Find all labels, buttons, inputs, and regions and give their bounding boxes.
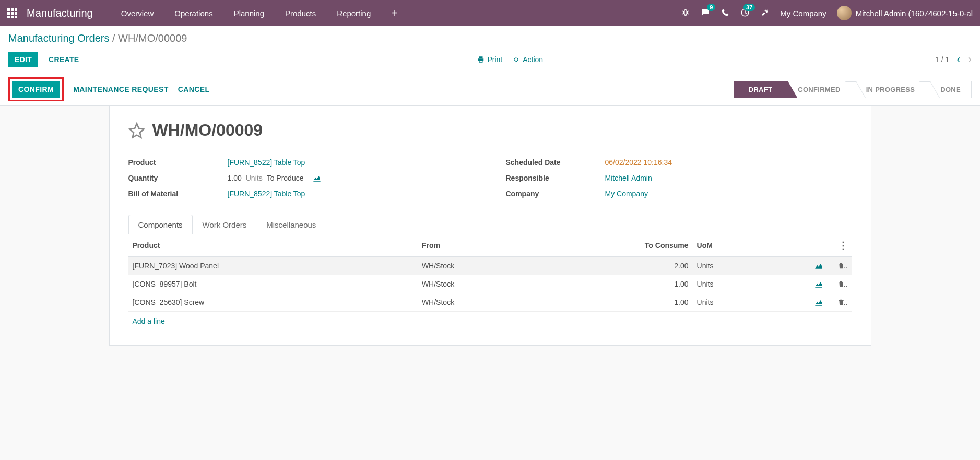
action-label: Action <box>523 55 543 64</box>
table-row[interactable]: [CONS_25630] ScrewWH/Stock1.00Units ... <box>128 293 852 312</box>
th-from[interactable]: From <box>418 234 592 257</box>
tab-components[interactable]: Components <box>128 215 193 234</box>
cell-from: WH/Stock <box>418 293 592 312</box>
th-to-consume[interactable]: To Consume <box>592 234 693 257</box>
app-brand[interactable]: Manufacturing <box>27 7 93 19</box>
cell-to-consume: 1.00 <box>592 275 693 293</box>
cell-product: [FURN_7023] Wood Panel <box>128 257 418 275</box>
bom-value[interactable]: [FURN_8522] Table Top <box>228 190 305 198</box>
th-uom[interactable]: UoM <box>693 234 765 257</box>
menu-products[interactable]: Products <box>275 1 326 26</box>
forecast-icon[interactable] <box>313 174 321 182</box>
product-label: Product <box>128 158 228 167</box>
cell-to-consume: 1.00 <box>592 293 693 312</box>
chat-icon[interactable]: 9 <box>701 8 710 19</box>
center-actions: Print Action <box>477 55 543 64</box>
star-icon[interactable] <box>128 122 145 139</box>
stages: DRAFT CONFIRMED IN PROGRESS DONE <box>734 81 972 98</box>
edit-button[interactable]: EDIT <box>8 52 38 67</box>
quantity-suffix: To Produce <box>267 174 304 182</box>
top-nav: Manufacturing Overview Operations Planni… <box>0 0 980 26</box>
quantity-value: 1.00 Units To Produce <box>228 174 322 182</box>
user-menu[interactable]: Mitchell Admin (16074602-15-0-al <box>837 6 973 20</box>
menu-reporting[interactable]: Reporting <box>326 1 381 26</box>
pager: 1 / 1 ‹ › <box>935 53 972 66</box>
company-value[interactable]: My Company <box>605 190 648 198</box>
pager-next-icon[interactable]: › <box>968 53 972 66</box>
menu-operations[interactable]: Operations <box>164 1 223 26</box>
components-table: Product From To Consume UoM ⋮ [FURN_7023… <box>128 234 852 312</box>
phone-icon[interactable] <box>721 8 730 19</box>
more-icon[interactable]: ... <box>833 262 847 270</box>
more-icon[interactable]: ... <box>833 298 847 306</box>
bom-label: Bill of Material <box>128 190 228 198</box>
scheduled-label: Scheduled Date <box>506 158 605 167</box>
company-label[interactable]: My Company <box>780 9 826 18</box>
sheet-wrap: WH/MO/00009 Product [FURN_8522] Table To… <box>0 106 980 346</box>
create-button[interactable]: CREATE <box>42 52 85 67</box>
quantity-label: Quantity <box>128 174 228 182</box>
menu-overview[interactable]: Overview <box>111 1 164 26</box>
quantity-number: 1.00 <box>228 174 242 182</box>
table-row[interactable]: [FURN_7023] Wood PanelWH/Stock2.00Units … <box>128 257 852 275</box>
action-button[interactable]: Action <box>513 55 543 64</box>
tab-work-orders[interactable]: Work Orders <box>193 215 257 234</box>
topnav-menu: Overview Operations Planning Products Re… <box>111 1 408 26</box>
pager-prev-icon[interactable]: ‹ <box>957 53 960 66</box>
topnav-right: 9 37 My Company Mitchell Admin (16074602… <box>681 6 973 20</box>
tools-icon[interactable] <box>760 8 770 19</box>
tabs: Components Work Orders Miscellaneous <box>128 214 852 234</box>
bug-icon[interactable] <box>681 8 690 19</box>
cell-to-consume: 2.00 <box>592 257 693 275</box>
responsible-label: Responsible <box>506 174 605 182</box>
cell-from: WH/Stock <box>418 257 592 275</box>
breadcrumb: Manufacturing Orders / WH/MO/00009 <box>8 32 972 44</box>
breadcrumb-sep: / <box>112 32 118 44</box>
add-line-link[interactable]: Add a line <box>128 312 169 331</box>
confirm-highlight: CONFIRM <box>8 77 64 101</box>
cell-uom: Units <box>693 293 765 312</box>
apps-icon[interactable] <box>7 8 17 18</box>
clock-icon[interactable]: 37 <box>740 8 750 19</box>
maintenance-button[interactable]: MAINTENANCE REQUEST <box>73 85 169 93</box>
button-row: EDIT CREATE Print Action 1 / 1 ‹ › <box>8 52 972 73</box>
cell-uom: Units <box>693 275 765 293</box>
tab-misc[interactable]: Miscellaneous <box>256 215 326 234</box>
stage-draft[interactable]: DRAFT <box>734 81 784 98</box>
pager-count: 1 / 1 <box>935 55 949 64</box>
fields-grid: Product [FURN_8522] Table Top Quantity 1… <box>128 155 852 202</box>
clock-badge: 37 <box>743 4 755 11</box>
quantity-units: Units <box>246 174 263 182</box>
add-menu-icon[interactable]: + <box>381 1 408 26</box>
chat-badge: 9 <box>707 4 715 11</box>
cell-uom: Units <box>693 257 765 275</box>
forecast-icon[interactable] <box>814 299 823 306</box>
user-name: Mitchell Admin (16074602-15-0-al <box>856 9 973 18</box>
confirm-button[interactable]: CONFIRM <box>12 81 60 98</box>
menu-planning[interactable]: Planning <box>223 1 275 26</box>
column-menu-icon[interactable]: ⋮ <box>839 240 848 251</box>
th-product[interactable]: Product <box>128 234 418 257</box>
forecast-icon[interactable] <box>814 262 823 269</box>
col-right: Scheduled Date 06/02/2022 10:16:34 Respo… <box>506 155 852 202</box>
cell-product: [CONS_89957] Bolt <box>128 275 418 293</box>
breadcrumb-parent[interactable]: Manufacturing Orders <box>8 32 109 44</box>
breadcrumb-current: WH/MO/00009 <box>118 32 187 44</box>
cell-from: WH/Stock <box>418 275 592 293</box>
status-bar: CONFIRM MAINTENANCE REQUEST CANCEL DRAFT… <box>0 73 980 106</box>
forecast-icon[interactable] <box>814 280 823 288</box>
company-field-label: Company <box>506 190 605 198</box>
table-row[interactable]: [CONS_89957] BoltWH/Stock1.00Units ... <box>128 275 852 293</box>
print-label: Print <box>487 55 502 64</box>
cell-product: [CONS_25630] Screw <box>128 293 418 312</box>
more-icon[interactable]: ... <box>833 280 847 288</box>
scheduled-value: 06/02/2022 10:16:34 <box>605 158 672 167</box>
record-title: WH/MO/00009 <box>152 121 263 140</box>
cancel-button[interactable]: CANCEL <box>178 85 210 93</box>
product-value[interactable]: [FURN_8522] Table Top <box>228 158 305 167</box>
responsible-value[interactable]: Mitchell Admin <box>605 174 652 182</box>
col-left: Product [FURN_8522] Table Top Quantity 1… <box>128 155 475 202</box>
control-bar: Manufacturing Orders / WH/MO/00009 EDIT … <box>0 26 980 73</box>
status-buttons: CONFIRM MAINTENANCE REQUEST CANCEL <box>8 77 209 101</box>
print-button[interactable]: Print <box>477 55 502 64</box>
